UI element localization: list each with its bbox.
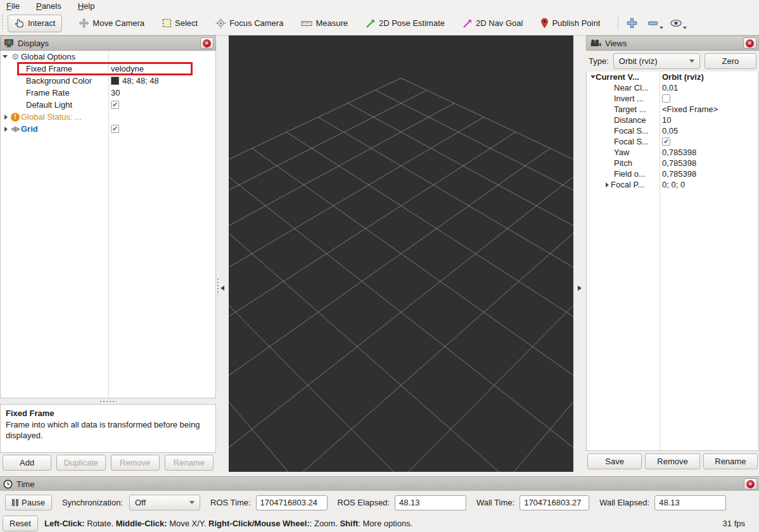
focal-shape-checkbox[interactable]: ✔ xyxy=(662,137,670,146)
displays-panel-header[interactable]: Displays × xyxy=(0,35,216,51)
wall-elapsed-input[interactable] xyxy=(654,495,726,510)
row-field-of-view[interactable]: Field o... 0,785398 xyxy=(587,168,758,179)
collapse-arrow-icon[interactable] xyxy=(4,115,8,120)
displays-splitter[interactable] xyxy=(0,398,216,404)
expand-arrow-icon[interactable] xyxy=(590,75,596,79)
row-value[interactable]: 0,05 xyxy=(662,126,678,136)
close-icon: × xyxy=(203,39,211,48)
tool-properties-button[interactable] xyxy=(670,18,687,28)
row-value[interactable]: 0,785398 xyxy=(662,158,696,168)
displays-close-button[interactable]: × xyxy=(200,37,214,49)
zero-button[interactable]: Zero xyxy=(705,53,756,69)
eye-caret-icon xyxy=(683,27,687,29)
row-value[interactable]: 10 xyxy=(662,115,671,125)
menu-help[interactable]: Help xyxy=(78,1,95,11)
add-tool-button[interactable] xyxy=(626,17,638,29)
row-target-frame[interactable]: Target ... <Fixed Frame> xyxy=(587,104,758,115)
eye-icon xyxy=(670,18,682,28)
view-type-value: Orbit (rviz) xyxy=(619,56,684,66)
views-remove-button[interactable]: Remove xyxy=(645,453,699,469)
add-button[interactable]: Add xyxy=(3,455,51,471)
row-pitch[interactable]: Pitch 0,785398 xyxy=(587,158,758,168)
row-label: Near Cl... xyxy=(587,83,649,92)
fixed-frame-value[interactable]: velodyne xyxy=(111,64,144,73)
tool-measure[interactable]: Measure xyxy=(297,16,352,30)
collapse-right-panel-icon[interactable] xyxy=(578,286,582,291)
remove-tool-button[interactable] xyxy=(647,19,663,28)
collapse-arrow-icon[interactable] xyxy=(4,127,8,132)
rviz-window: File Panels Help Interact Move Camera Se… xyxy=(0,0,759,532)
row-invert-z[interactable]: Invert ... xyxy=(587,93,758,104)
tool-select-label: Select xyxy=(175,18,198,28)
grid-svg xyxy=(229,35,573,472)
views-panel-header[interactable]: Views × xyxy=(586,35,759,51)
row-focal-point[interactable]: Focal P... 0; 0; 0 xyxy=(587,179,758,190)
row-value[interactable]: 0,785398 xyxy=(662,148,696,157)
gear-icon: ⚙ xyxy=(10,52,21,61)
chevron-down-icon xyxy=(189,501,195,504)
tool-publish-point[interactable]: Publish Point xyxy=(537,15,604,31)
measure-ruler-icon xyxy=(301,20,312,27)
row-default-light[interactable]: Default Light ✔ xyxy=(1,99,215,111)
time-close-button[interactable]: × xyxy=(744,478,757,490)
pose-estimate-arrow-icon xyxy=(366,18,376,28)
duplicate-button[interactable]: Duplicate xyxy=(56,455,105,471)
wall-time-input[interactable] xyxy=(520,495,589,510)
row-global-options[interactable]: ⚙Global Options xyxy=(1,51,215,63)
save-button[interactable]: Save xyxy=(587,453,642,469)
row-value[interactable]: 0; 0; 0 xyxy=(662,180,685,189)
row-yaw[interactable]: Yaw 0,785398 xyxy=(587,147,758,158)
row-value[interactable]: 0,785398 xyxy=(662,169,696,179)
row-distance[interactable]: Distance 10 xyxy=(587,115,758,125)
row-near-clip[interactable]: Near Cl... 0,01 xyxy=(587,82,758,93)
tool-select[interactable]: Select xyxy=(158,16,201,30)
pause-button[interactable]: Pause xyxy=(5,495,52,510)
ros-elapsed-input[interactable] xyxy=(395,495,466,510)
tool-publish-point-label: Publish Point xyxy=(552,18,600,28)
collapse-arrow-icon[interactable] xyxy=(606,182,609,187)
menu-file[interactable]: File xyxy=(6,1,20,11)
reset-button[interactable]: Reset xyxy=(3,516,38,531)
sync-select[interactable]: Off xyxy=(129,495,200,510)
row-value[interactable]: 0,01 xyxy=(662,83,678,92)
row-label: Grid xyxy=(21,124,38,134)
render-viewport-3d[interactable] xyxy=(229,35,573,472)
expand-arrow-icon[interactable] xyxy=(3,55,8,58)
views-rename-button[interactable]: Rename xyxy=(703,453,758,469)
ros-time-input[interactable] xyxy=(256,495,328,510)
frame-rate-value[interactable]: 30 xyxy=(111,88,120,98)
row-focal-shape-size[interactable]: Focal S... 0,05 xyxy=(587,125,758,136)
row-value[interactable]: <Fixed Frame> xyxy=(662,104,718,114)
time-panel-header[interactable]: Time × xyxy=(0,476,759,491)
tool-2d-pose-estimate[interactable]: 2D Pose Estimate xyxy=(362,16,449,31)
background-color-value[interactable]: 48; 48; 48 xyxy=(122,76,159,86)
row-current-view[interactable]: Current V... Orbit (rviz) xyxy=(587,72,758,82)
left-splitter-gutter[interactable] xyxy=(216,35,229,472)
remove-button[interactable]: Remove xyxy=(111,455,160,471)
row-fixed-frame[interactable]: Fixed Frame velodyne xyxy=(1,63,215,75)
row-grid[interactable]: Grid ✔ xyxy=(1,123,215,135)
toolbar-drag-handle[interactable] xyxy=(1,15,6,32)
row-focal-shape-fixed[interactable]: Focal S... ✔ xyxy=(587,136,758,147)
views-close-button[interactable]: × xyxy=(743,37,756,49)
row-label: Focal S... xyxy=(587,126,649,136)
collapse-left-panel-icon[interactable] xyxy=(220,286,224,291)
invert-z-checkbox[interactable] xyxy=(662,94,670,103)
row-global-status[interactable]: !Global Status: ... xyxy=(1,111,215,123)
right-splitter-gutter[interactable] xyxy=(573,35,586,472)
default-light-checkbox[interactable]: ✔ xyxy=(111,101,119,109)
grid-checkbox[interactable]: ✔ xyxy=(111,125,119,133)
menu-bar: File Panels Help xyxy=(0,0,759,11)
tool-2d-nav-goal[interactable]: 2D Nav Goal xyxy=(459,16,526,31)
grid-display-icon xyxy=(10,126,21,132)
row-frame-rate[interactable]: Frame Rate 30 xyxy=(1,87,215,99)
minus-caret-icon xyxy=(660,27,663,29)
view-type-select[interactable]: Orbit (rviz) xyxy=(613,53,700,69)
rename-button[interactable]: Rename xyxy=(165,455,214,471)
tool-move-camera-label: Move Camera xyxy=(92,18,144,28)
row-background-color[interactable]: Background Color 48; 48; 48 xyxy=(1,75,215,87)
menu-panels[interactable]: Panels xyxy=(36,1,61,11)
tool-focus-camera[interactable]: Focus Camera xyxy=(212,15,287,31)
tool-interact[interactable]: Interact xyxy=(8,15,62,32)
tool-move-camera[interactable]: Move Camera xyxy=(75,15,148,31)
